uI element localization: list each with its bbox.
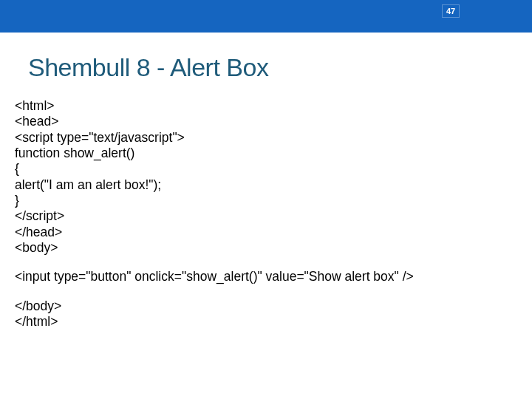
- slide-title: Shembull 8 - Alert Box: [28, 53, 517, 82]
- page-number: 47: [442, 4, 460, 18]
- code-line: <head>: [15, 114, 517, 129]
- code-line: </html>: [15, 314, 517, 330]
- code-line: }: [15, 193, 517, 208]
- code-line: </body>: [15, 299, 517, 314]
- code-line: </script>: [15, 208, 517, 224]
- code-line: alert("I am an alert box!");: [15, 177, 517, 193]
- code-line: <script type="text/javascript">: [15, 130, 517, 146]
- blank-line: [15, 256, 517, 269]
- code-block: <html> <head> <script type="text/javascr…: [15, 98, 517, 330]
- code-line: <input type="button" onclick="show_alert…: [15, 269, 517, 284]
- code-line: function show_alert(): [15, 146, 517, 161]
- code-line: <html>: [15, 98, 517, 114]
- code-line: <body>: [15, 240, 517, 256]
- slide-header-bar: 47: [0, 0, 532, 33]
- blank-line: [15, 285, 517, 299]
- code-line: </head>: [15, 225, 517, 240]
- page-number-text: 47: [446, 7, 455, 16]
- code-line: {: [15, 161, 517, 177]
- slide-content: Shembull 8 - Alert Box <html> <head> <sc…: [0, 33, 532, 330]
